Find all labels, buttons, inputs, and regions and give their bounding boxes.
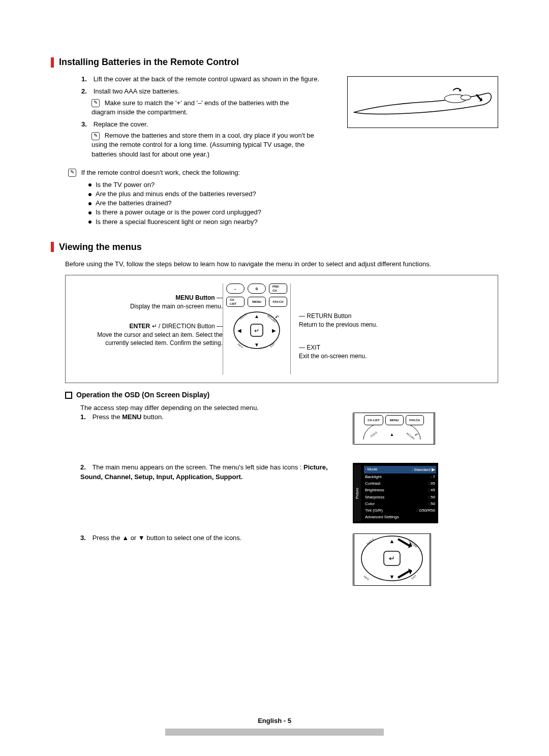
svg-text:◀: ◀ xyxy=(237,328,241,333)
note-icon: ✎ xyxy=(92,132,100,140)
svg-text:▲: ▲ xyxy=(390,432,394,437)
check-item: Is there a special fluorescent light or … xyxy=(88,217,498,227)
heading-text: Installing Batteries in the Remote Contr… xyxy=(59,56,239,69)
favch-key: FAV.CH xyxy=(269,297,287,307)
remote-battery-figure xyxy=(347,76,498,128)
enter-icon: ↵ xyxy=(150,323,157,330)
heading-text: Viewing the menus xyxy=(59,241,142,254)
zero-key: 0 xyxy=(248,284,266,294)
menu-diagram-box: MENU Button — Display the main on-screen… xyxy=(65,275,498,383)
svg-text:▶: ▶ xyxy=(272,328,276,333)
svg-text:INFO: INFO xyxy=(363,575,370,581)
osd-step-3: 3. Press the ▲ or ▼ button to select one… xyxy=(80,533,498,586)
osd-row: Advanced Settings xyxy=(364,514,436,520)
svg-text:↵: ↵ xyxy=(389,554,395,562)
prech-key: PRE-CH xyxy=(269,284,287,294)
check-item: Are the batteries drained? xyxy=(88,199,498,208)
square-bullet-icon xyxy=(65,392,72,399)
heading-accent xyxy=(51,242,54,252)
osd-row: Sharpness: 50 xyxy=(364,494,436,500)
svg-text:▼: ▼ xyxy=(389,574,395,580)
step-1: 1. Lift the cover at the back of the rem… xyxy=(81,75,320,84)
svg-text:▲: ▲ xyxy=(389,538,395,544)
svg-point-1 xyxy=(461,95,471,100)
footer-bar xyxy=(165,729,384,736)
chlist-key: CH LIST xyxy=(226,297,245,307)
svg-text:↶: ↶ xyxy=(275,314,279,320)
note-icon: ✎ xyxy=(68,169,76,177)
check-block: ✎ If the remote control doesn't work, ch… xyxy=(68,168,498,227)
menu-key: MENU xyxy=(248,297,266,307)
mini-remote-figure: CH LIST MENU FAV.CH ▲ TOOLS RETURN ↶ xyxy=(353,413,435,445)
minus-key: – xyxy=(226,284,245,294)
osd-row: Color: 50 xyxy=(364,500,436,507)
svg-text:↶: ↶ xyxy=(415,433,418,438)
check-item: Is there a power outage or is the power … xyxy=(88,208,498,217)
section-heading: Installing Batteries in the Remote Contr… xyxy=(51,56,498,69)
osd-row: Contrast: 95 xyxy=(364,480,436,487)
svg-text:↵: ↵ xyxy=(254,327,259,334)
menus-intro: Before using the TV, follow the steps be… xyxy=(65,260,498,269)
heading-accent xyxy=(51,57,54,68)
check-item: Is the TV power on? xyxy=(88,180,498,190)
svg-text:▼: ▼ xyxy=(254,342,259,348)
osd-intro: The access step may differ depending on … xyxy=(80,403,498,413)
mini-dpad-figure: ↵ ▲ ▼ TOOLS RETURN INFO EXIT xyxy=(353,533,431,586)
osd-row: Brightness: 45 xyxy=(364,487,436,493)
check-item: Are the plus and minus ends of the batte… xyxy=(88,190,498,199)
osd-subheading: Operation the OSD (On Screen Display) xyxy=(65,390,498,400)
section-heading: Viewing the menus xyxy=(51,241,498,254)
page-footer: English - 5 xyxy=(0,716,549,726)
osd-step-1: 1. Press the MENU button. CH LIST MENU F… xyxy=(80,413,498,445)
osd-step-2: 2. The main menu appears on the screen. … xyxy=(80,463,498,523)
remote-keys-figure: – 0 PRE-CH CH LIST MENU FAV.CH ↵ ▲ ▼ ◀ ▶ xyxy=(223,284,291,374)
osd-screen-figure: Picture · Mode: Standard ▶Backlight: 7Co… xyxy=(353,463,438,523)
note-icon: ✎ xyxy=(92,99,100,107)
osd-row: Tint (G/R): G50/R50 xyxy=(364,507,436,514)
osd-row: Backlight: 7 xyxy=(364,474,436,480)
svg-text:▲: ▲ xyxy=(254,313,259,319)
osd-row: · Mode: Standard ▶ xyxy=(364,466,436,474)
